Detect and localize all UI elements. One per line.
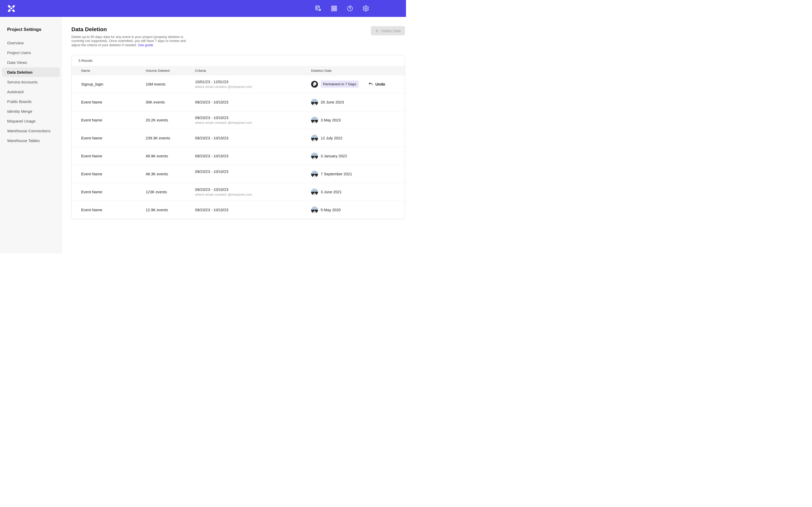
sidebar-item-mixpanel-usage[interactable]: Mixpanel Usage	[2, 116, 60, 126]
volume-cell: 10M events	[146, 82, 195, 87]
user-avatar	[311, 207, 318, 213]
criteria-filter: where email contains @mixpanel.com	[195, 85, 308, 89]
criteria-range: 09/23/23 - 10/10/23	[195, 187, 308, 192]
user-avatar	[311, 171, 318, 177]
table-row: Event Name239.3K events09/23/23 - 10/10/…	[71, 129, 405, 147]
deletion-date: 7 September 2021	[321, 172, 352, 176]
page-description-text: Delete up to 90 days data for any event …	[71, 35, 186, 47]
table-body: Signup_login10M events10/01/23 - 12/01/2…	[71, 75, 405, 219]
name-cell: Event Name	[81, 154, 146, 158]
name-cell: Event Name	[81, 136, 146, 140]
sidebar-item-warehouse-tables[interactable]: Warehouse Tables	[2, 136, 60, 146]
criteria-range: 09/23/23 - 10/10/23	[195, 100, 308, 104]
criteria-filter: where email contains @mixpanel.com	[195, 192, 308, 196]
criteria-range: 10/01/23 - 12/01/23	[195, 80, 308, 84]
user-avatar	[311, 117, 318, 124]
volume-cell: 123K events	[146, 190, 195, 194]
topbar	[0, 0, 406, 17]
data-management-icon[interactable]	[315, 5, 322, 12]
sidebar-item-warehouse-connections[interactable]: Warehouse Connections	[2, 126, 60, 136]
delete-data-button[interactable]: Delete Data	[371, 26, 405, 36]
criteria-cell: 09/23/23 - 10/10/23	[195, 208, 311, 212]
name-cell: Event Name	[81, 208, 146, 212]
results-count: 5 Results	[71, 55, 405, 66]
settings-icon[interactable]	[362, 5, 369, 12]
criteria-cell: 09/23/23 - 10/10/23	[195, 100, 311, 104]
deletion-date-cell: 7 September 2021	[311, 171, 405, 177]
deletion-date-cell: 20 June 2023	[311, 99, 405, 106]
results-card: 5 Results Name Volume Deleted Criteria D…	[71, 55, 405, 219]
criteria-filter	[195, 175, 308, 178]
help-icon[interactable]	[347, 5, 353, 12]
mixpanel-logo[interactable]	[7, 4, 15, 13]
sidebar-item-service-accounts[interactable]: Service Accounts	[2, 77, 60, 87]
criteria-cell: 09/23/23 - 10/10/23	[195, 136, 311, 140]
sidebar-item-data-views[interactable]: Data Views	[2, 58, 60, 67]
user-avatar	[311, 153, 318, 160]
permanent-badge: Permanent in 7 Days	[321, 80, 359, 88]
volume-cell: 30K events	[146, 100, 195, 104]
sidebar-item-data-deletion[interactable]: Data Deletion	[2, 67, 60, 77]
criteria-filter: where email contains @mixpanel.com	[195, 121, 308, 125]
deletion-date-cell: 3 January 2022	[311, 153, 405, 160]
name-cell: Event Name	[81, 118, 146, 122]
deletion-date-cell: 3 June 2021	[311, 188, 405, 195]
user-avatar	[311, 99, 318, 106]
table-row: Event Name30K events09/23/23 - 10/10/232…	[71, 93, 405, 111]
sidebar-item-public-boards[interactable]: Public Boards	[2, 97, 60, 106]
criteria-cell: 09/23/23 - 10/10/23	[195, 154, 311, 158]
column-header-deletion-date: Deletion Date	[311, 69, 405, 73]
criteria-cell: 10/01/23 - 12/01/23where email contains …	[195, 80, 311, 89]
volume-cell: 48.3K events	[146, 172, 195, 176]
deletion-date-cell: 5 May 2020	[311, 207, 405, 213]
criteria-range: 09/23/23 - 10/10/23	[195, 154, 308, 158]
sidebar-nav: OverviewProject UsersData ViewsData Dele…	[0, 38, 62, 146]
logo-square-inner	[11, 8, 12, 9]
name-cell: Event Name	[81, 190, 146, 194]
deletion-date-cell: 3 May 2023	[311, 117, 405, 124]
apps-grid-icon[interactable]	[331, 5, 338, 12]
undo-icon	[368, 81, 373, 87]
deletion-date: 12 July 2022	[321, 136, 342, 140]
volume-cell: 239.3K events	[146, 136, 195, 140]
page-description: Delete up to 90 days data for any event …	[71, 35, 188, 47]
page-header: Data Deletion Delete up to 90 days data …	[71, 26, 405, 47]
name-cell: Event Name	[81, 100, 146, 104]
column-header-volume-deleted: Volume Deleted	[146, 69, 195, 73]
sidebar-item-identity-merge[interactable]: Identity Merge	[2, 106, 60, 116]
criteria-range: 09/23/23 - 10/10/23	[195, 170, 308, 174]
sidebar: Project Settings OverviewProject UsersDa…	[0, 17, 62, 253]
user-avatar	[311, 188, 318, 195]
table-header: Name Volume Deleted Criteria Deletion Da…	[71, 66, 405, 75]
criteria-cell: 09/23/23 - 10/10/23	[195, 170, 311, 178]
table-row: Event Name48.3K events09/23/23 - 10/10/2…	[71, 165, 405, 183]
undo-button[interactable]: Undo	[368, 81, 385, 87]
deletion-date: 3 January 2022	[321, 154, 347, 158]
deletion-date: 5 May 2020	[321, 208, 341, 212]
deletion-date: 20 June 2023	[321, 100, 344, 104]
volume-cell: 20.2K events	[146, 118, 195, 122]
sidebar-item-project-users[interactable]: Project Users	[2, 48, 60, 58]
criteria-range: 09/23/23 - 10/10/23	[195, 136, 308, 140]
table-row: Event Name49.9K events09/23/23 - 10/10/2…	[71, 147, 405, 165]
deletion-date-cell: 12 July 2022	[311, 135, 405, 142]
volume-cell: 12.9K events	[146, 208, 195, 212]
plus-icon	[375, 29, 379, 33]
deletion-date: 3 May 2023	[321, 118, 341, 122]
see-guide-link[interactable]: See guide	[138, 43, 153, 47]
name-cell: Event Name	[81, 172, 146, 176]
criteria-cell: 09/23/23 - 10/10/23where email contains …	[195, 116, 311, 125]
table-row: Event Name12.9K events09/23/23 - 10/10/2…	[71, 201, 405, 219]
deletion-date-cell: Permanent in 7 DaysUndo	[311, 80, 405, 88]
name-cell: Signup_login	[81, 82, 146, 87]
table-row: Signup_login10M events10/01/23 - 12/01/2…	[71, 75, 405, 93]
page-title: Data Deletion	[71, 26, 188, 33]
criteria-cell: 09/23/23 - 10/10/23where email contains …	[195, 187, 311, 196]
column-header-name: Name	[81, 69, 146, 73]
delete-data-label: Delete Data	[381, 29, 401, 33]
sidebar-item-autotrack[interactable]: Autotrack	[2, 87, 60, 97]
deletion-date: 3 June 2021	[321, 190, 342, 194]
user-avatar	[311, 135, 318, 142]
sidebar-item-overview[interactable]: Overview	[2, 38, 60, 48]
criteria-range: 09/23/23 - 10/10/23	[195, 116, 308, 120]
